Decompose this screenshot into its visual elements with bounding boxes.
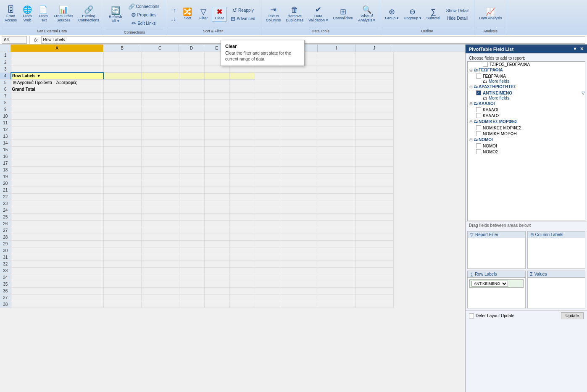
grid-cell[interactable] bbox=[103, 267, 141, 274]
grid-cell[interactable] bbox=[229, 267, 255, 274]
grid-cell[interactable] bbox=[318, 274, 355, 281]
pivot-checkbox-nomiki[interactable] bbox=[476, 131, 481, 136]
grid-cell[interactable] bbox=[355, 119, 393, 126]
grid-cell[interactable] bbox=[11, 207, 103, 213]
grid-cell[interactable] bbox=[11, 106, 103, 113]
grid-cell[interactable] bbox=[103, 52, 141, 59]
grid-cell[interactable] bbox=[255, 139, 280, 146]
pivot-field-group-geografia[interactable]: ⊟ 🗂 ΓΕΩΓΡΑΦΙΑ bbox=[468, 67, 585, 73]
grid-cell[interactable] bbox=[255, 207, 280, 213]
grid-cell[interactable] bbox=[204, 72, 229, 79]
grid-cell[interactable] bbox=[179, 220, 204, 227]
grid-cell[interactable] bbox=[204, 66, 229, 72]
sort-desc-button[interactable]: ↓↓ bbox=[168, 15, 179, 23]
grid-cell[interactable] bbox=[355, 113, 393, 119]
grid-cell[interactable] bbox=[318, 200, 355, 207]
grid-cell[interactable] bbox=[355, 213, 393, 220]
grid-cell[interactable] bbox=[179, 99, 204, 106]
grid-cell[interactable] bbox=[229, 220, 255, 227]
grid-cell[interactable] bbox=[179, 187, 204, 193]
refresh-button[interactable]: 🔄 RefreshAll ▾ bbox=[107, 5, 124, 25]
grid-cell[interactable] bbox=[141, 99, 179, 106]
grid-cell[interactable] bbox=[204, 146, 229, 153]
grid-cell[interactable] bbox=[103, 200, 141, 207]
grid-cell[interactable] bbox=[179, 294, 204, 301]
grid-cell[interactable] bbox=[103, 166, 141, 173]
grid-cell[interactable] bbox=[103, 146, 141, 153]
grid-cell[interactable] bbox=[141, 126, 179, 133]
grid-cell[interactable] bbox=[280, 99, 318, 106]
grid-cell[interactable] bbox=[280, 187, 318, 193]
grid-cell[interactable] bbox=[280, 79, 318, 86]
grid-cell[interactable] bbox=[318, 66, 355, 72]
grid-cell[interactable] bbox=[141, 166, 179, 173]
grid-cell[interactable] bbox=[229, 260, 255, 267]
grid-cell[interactable] bbox=[318, 180, 355, 187]
grid-cell[interactable] bbox=[318, 139, 355, 146]
grid-cell[interactable] bbox=[141, 274, 179, 281]
grid-cell[interactable] bbox=[141, 187, 179, 193]
grid-cell[interactable] bbox=[204, 220, 229, 227]
grid-cell[interactable] bbox=[229, 146, 255, 153]
grid-cell[interactable] bbox=[280, 66, 318, 72]
grid-cell[interactable] bbox=[204, 166, 229, 173]
grid-cell[interactable] bbox=[318, 281, 355, 287]
grid-cell[interactable] bbox=[179, 79, 204, 86]
grid-cell[interactable] bbox=[11, 287, 103, 294]
grid-cell[interactable] bbox=[204, 173, 229, 180]
grid-cell[interactable] bbox=[179, 180, 204, 187]
grid-cell[interactable] bbox=[318, 133, 355, 139]
grid-cell[interactable] bbox=[11, 160, 103, 166]
pivot-column-labels-area[interactable]: ⊞ Column Labels bbox=[527, 231, 586, 269]
grid-cell[interactable] bbox=[355, 153, 393, 160]
grid-cell[interactable] bbox=[280, 160, 318, 166]
grid-cell[interactable] bbox=[179, 274, 204, 281]
grid-cell[interactable] bbox=[179, 240, 204, 247]
grid-cell[interactable] bbox=[255, 173, 280, 180]
from-text-button[interactable]: 📄 FromText bbox=[36, 5, 51, 24]
pivot-field-group-kladoi[interactable]: ⊟ 🗂 ΚΛΑΔΟΙ bbox=[468, 100, 585, 107]
grid-cell[interactable] bbox=[318, 52, 355, 59]
grid-cell[interactable] bbox=[229, 72, 255, 79]
grid-cell[interactable] bbox=[11, 119, 103, 126]
grid-cell[interactable] bbox=[355, 86, 393, 92]
grid-cell[interactable] bbox=[229, 113, 255, 119]
grid-cell[interactable] bbox=[103, 79, 141, 86]
pivot-field-more-2[interactable]: 🗂 More fields bbox=[468, 96, 585, 100]
reapply-button[interactable]: ↺ Reapply bbox=[228, 6, 258, 14]
grid-cell[interactable] bbox=[318, 260, 355, 267]
grid-cell[interactable] bbox=[179, 247, 204, 254]
pivot-field-item-kladoi[interactable]: ΚΛΑΔΟΙ bbox=[468, 107, 585, 113]
pivot-field-item-nomos[interactable]: ΝΟΜΟΣ bbox=[468, 149, 585, 155]
grid-cell[interactable] bbox=[355, 99, 393, 106]
grid-cell[interactable] bbox=[141, 213, 179, 220]
pivot-checkbox-tziros[interactable] bbox=[483, 62, 488, 67]
grid-cell[interactable] bbox=[318, 166, 355, 173]
grid-cell[interactable] bbox=[280, 180, 318, 187]
grid-cell[interactable] bbox=[141, 146, 179, 153]
grid-cell[interactable] bbox=[141, 119, 179, 126]
grid-cell[interactable] bbox=[355, 260, 393, 267]
pivot-checkbox-kladoi[interactable] bbox=[476, 107, 481, 112]
grid-cell[interactable] bbox=[179, 92, 204, 99]
pivot-field-item[interactable]: ΤΖΙΡΟΣ_ΓΕΩΓΡΑΦΙΑ bbox=[468, 62, 585, 67]
grid-cell[interactable] bbox=[318, 99, 355, 106]
grid-cell[interactable] bbox=[11, 267, 103, 274]
hide-detail-button[interactable]: Hide Detail bbox=[443, 15, 471, 22]
pivot-close-icon[interactable]: ✕ bbox=[580, 46, 584, 52]
grid-cell[interactable] bbox=[355, 72, 393, 79]
grid-cell[interactable] bbox=[355, 92, 393, 99]
grid-cell[interactable] bbox=[229, 160, 255, 166]
grid-cell[interactable] bbox=[103, 66, 141, 72]
grid-cell[interactable] bbox=[280, 254, 318, 260]
grid-cell[interactable] bbox=[11, 52, 103, 59]
grid-cell[interactable] bbox=[204, 86, 229, 92]
grid-cell[interactable] bbox=[204, 207, 229, 213]
grid-cell[interactable] bbox=[355, 267, 393, 274]
grid-cell[interactable] bbox=[255, 287, 280, 294]
grid-cell[interactable] bbox=[255, 247, 280, 254]
col-header-c[interactable]: C bbox=[141, 45, 179, 52]
grid-cell[interactable] bbox=[280, 260, 318, 267]
sort-asc-button[interactable]: ↑↑ bbox=[168, 6, 179, 14]
grid-cell[interactable] bbox=[229, 274, 255, 281]
